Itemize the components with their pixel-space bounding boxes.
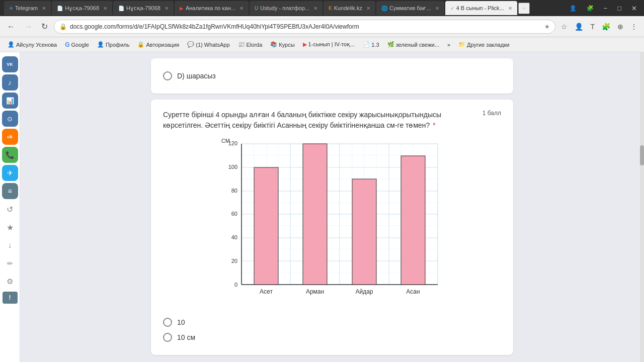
radio-d[interactable] (163, 71, 172, 80)
svg-text:100: 100 (228, 164, 237, 170)
option-10[interactable]: 10 (163, 315, 501, 330)
restore-button[interactable]: □ (614, 4, 624, 13)
bookmark-label: Авторизация (146, 42, 179, 48)
sidebar-app-charts[interactable]: 📊 (2, 93, 18, 109)
green-icon: 🌿 (387, 41, 394, 48)
extensions-nav-icon[interactable]: 🧩 (599, 21, 613, 32)
extensions-icon[interactable]: 🧩 (584, 4, 597, 13)
bookmark-elorda[interactable]: 📰 Elorda (234, 40, 266, 49)
bookmark-label: Elorda (247, 42, 263, 48)
tab-ustudy[interactable]: U Ustudy - платфор... ✕ (250, 1, 323, 15)
profile-icon[interactable]: 👤 (567, 4, 580, 13)
bookmark-kursy[interactable]: 📚 Курсы (267, 40, 298, 49)
auth-icon: 🔒 (137, 41, 144, 48)
sidebar-app-download[interactable]: ↓ (2, 237, 18, 253)
main-question-card: Суретте бірінші 4 орынды алған 4 баланың… (151, 100, 513, 355)
chart-container: 0 20 40 60 80 100 120 СМ (163, 139, 501, 310)
scroll-area[interactable]: D) шарасыз Суретте бірінші 4 орынды алға… (20, 52, 644, 362)
bookmark-1synyp[interactable]: ▶ 1-сынып | IV-тоқ... (299, 40, 359, 49)
bookmark-auth[interactable]: 🔒 Авторизация (134, 40, 183, 49)
elorda-icon: 📰 (238, 41, 245, 48)
bookmark-icon[interactable]: ☆ (558, 21, 570, 32)
question-text: Суретте бірінші 4 орынды алған 4 баланың… (163, 110, 474, 131)
sidebar-app-vk[interactable]: VK (2, 56, 18, 72)
tab-nuska1[interactable]: 📄 Нұсқа-79068 ✕ (52, 1, 112, 15)
sidebar-app-music[interactable]: ♪ (2, 74, 18, 90)
question-header: Суретте бірінші 4 орынды алған 4 баланың… (163, 110, 501, 131)
bookmark-label: 1.3 (371, 42, 379, 48)
tab-summative[interactable]: 🌐 Сумматив бағ... ✕ (376, 1, 444, 15)
navbar: ← → ↻ 🔒 docs.google.com/forms/d/e/1FAIpQ… (0, 16, 644, 37)
back-button[interactable]: ← (4, 20, 18, 33)
sidebar-app-telegram[interactable]: ✈ (2, 165, 18, 181)
url-text: docs.google.com/forms/d/e/1FAIpQLSfWk8z4… (70, 23, 541, 30)
option-10cm[interactable]: 10 см (163, 330, 501, 345)
tab-4b-active[interactable]: ✓ 4 В сынып - Plick... ✕ (445, 1, 517, 15)
new-tab-button[interactable]: + (518, 3, 530, 14)
svg-text:СМ: СМ (221, 139, 230, 144)
tab-nuska2[interactable]: 📄 Нұсқа-79068 ✕ (113, 1, 174, 15)
bookmark-label: Google (71, 42, 89, 48)
sidebar-app-edit[interactable]: ✏ (2, 255, 18, 272)
reload-button[interactable]: ↻ (38, 20, 51, 33)
svg-text:Арман: Арман (306, 288, 324, 295)
scroll-thumb[interactable] (640, 145, 644, 165)
address-bar[interactable]: 🔒 docs.google.com/forms/d/e/1FAIpQLSfWk8… (54, 20, 555, 34)
tab-kundelik[interactable]: K Kundelik.kz ✕ (324, 1, 375, 15)
bookmark-green[interactable]: 🌿 зеленый свежи... (384, 40, 443, 49)
forward-button[interactable]: → (21, 20, 35, 33)
sidebar-app-settings[interactable]: ⚙ (2, 274, 18, 290)
whatsapp-icon: 💬 (187, 41, 194, 48)
sidebar-app-phone[interactable]: 📞 (2, 147, 18, 163)
menu-icon[interactable]: ⋮ (628, 21, 640, 32)
bookmark-label: зеленый свежи... (396, 42, 439, 48)
sidebar-app-vkapps[interactable]: ⊙ (2, 111, 18, 127)
profile-nav-icon[interactable]: 👤 (572, 21, 586, 32)
sidebar-app-ok[interactable]: ok (2, 129, 18, 145)
sidebar-app-alert[interactable]: ! (3, 292, 18, 304)
bookmarks-bar: 👤 Айсулу Усенова G Google 👤 Профиль 🔒 Ав… (0, 37, 644, 52)
translate-icon[interactable]: T (588, 21, 597, 32)
radio-10cm[interactable] (163, 333, 172, 342)
bookmark-aisulu[interactable]: 👤 Айсулу Усенова (4, 40, 60, 49)
svg-text:0: 0 (234, 282, 237, 288)
bar-asan (401, 156, 425, 285)
bar-arman (303, 144, 327, 285)
bookmark-13[interactable]: 📄 1.3 (359, 40, 382, 49)
aisulu-icon: 👤 (8, 41, 15, 48)
minimize-button[interactable]: − (601, 4, 611, 13)
radio-10[interactable] (163, 318, 172, 327)
svg-text:60: 60 (231, 211, 237, 217)
left-sidebar: VK ♪ 📊 ⊙ ok 📞 ✈ ≡ ↺ ★ ↓ ✏ ⚙ ! (0, 52, 20, 362)
window-controls: 👤 🧩 − □ ✕ (567, 4, 640, 13)
add-bookmark-icon[interactable]: ⊕ (615, 21, 626, 32)
bookmark-profile[interactable]: 👤 Профиль (94, 40, 133, 49)
option-10-text: 10 (177, 318, 185, 326)
option-d-item[interactable]: D) шарасыз (163, 68, 501, 83)
sidebar-app-star[interactable]: ★ (2, 219, 18, 235)
svg-text:Асет: Асет (260, 288, 273, 295)
bookmark-label: Курсы (279, 42, 294, 48)
points-badge: 1 балл (482, 110, 501, 117)
bookmark-whatsapp[interactable]: 💬 (1) WhatsApp (184, 40, 233, 49)
option-10cm-text: 10 см (177, 333, 195, 341)
sidebar-app-list[interactable]: ≡ (2, 183, 18, 199)
tabs-container: ✈ Telegram ✕ 📄 Нұсқа-79068 ✕ 📄 Нұсқа-790… (4, 1, 559, 15)
svg-text:Асан: Асан (406, 288, 420, 295)
form-container: D) шарасыз Суретте бірінші 4 орынды алға… (151, 58, 513, 361)
main-area: VK ♪ 📊 ⊙ ok 📞 ✈ ≡ ↺ ★ ↓ ✏ ⚙ ! D) шарасыз (0, 52, 644, 362)
bookmarks-more-btn[interactable]: » (444, 41, 454, 49)
bar-aset (254, 167, 278, 285)
required-star: * (433, 121, 435, 129)
page-content: D) шарасыз Суретте бірінші 4 орынды алға… (20, 52, 644, 362)
bookmark-google[interactable]: G Google (61, 40, 93, 49)
tab-telegram[interactable]: ✈ Telegram ✕ (4, 1, 51, 15)
svg-text:20: 20 (231, 258, 237, 264)
close-button[interactable]: ✕ (628, 4, 640, 13)
bookmark-label: (1) WhatsApp (196, 42, 229, 48)
svg-text:40: 40 (231, 234, 237, 240)
sidebar-app-refresh[interactable]: ↺ (2, 201, 18, 217)
tab-analytics[interactable]: ▶ Аналитика по кан... ✕ (175, 1, 249, 15)
scroll-track[interactable] (640, 52, 644, 362)
bookmark-other[interactable]: 📁 Другие закладки (455, 40, 513, 49)
